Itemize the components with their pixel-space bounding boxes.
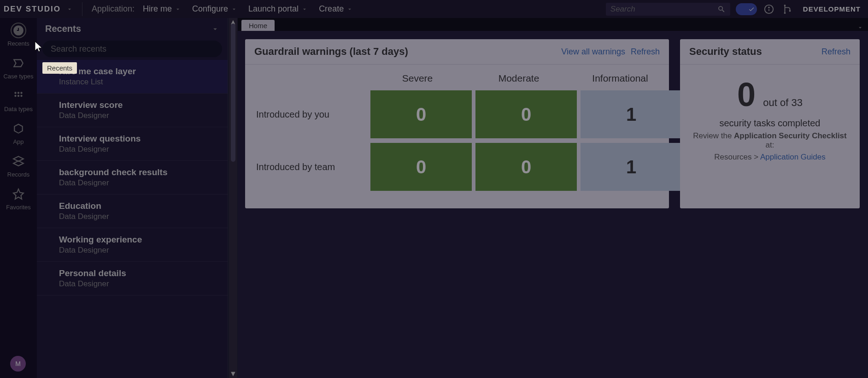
recent-item[interactable]: Personal detailsData Designer — [37, 262, 228, 295]
you-info-cell[interactable]: 1 — [581, 90, 682, 138]
recent-item-title: Education — [59, 201, 219, 211]
guardrail-refresh-link[interactable]: Refresh — [631, 47, 660, 57]
col-severe: Severe — [367, 73, 468, 84]
recents-list: Hire me case layerInstance ListInterview… — [37, 60, 228, 295]
you-moderate-cell[interactable]: 0 — [475, 90, 577, 138]
topbar: DEV STUDIO Application: Hire me Configur… — [0, 0, 868, 18]
chevron-down-icon — [346, 6, 353, 12]
star-icon — [12, 188, 24, 200]
security-card: Security status Refresh 0 out of 33 secu… — [680, 39, 860, 208]
recent-item-subtitle: Data Designer — [59, 279, 219, 289]
security-count: 0 — [737, 76, 756, 113]
user-avatar[interactable]: M — [10, 356, 26, 372]
guardrail-card: Guardrail warnings (last 7 days) View al… — [245, 39, 669, 208]
recent-item[interactable]: Interview scoreData Designer — [37, 94, 228, 127]
recent-item-subtitle: Data Designer — [59, 178, 219, 188]
recent-item-subtitle: Instance List — [59, 77, 219, 87]
recent-item[interactable]: Working experienceData Designer — [37, 228, 228, 262]
guardrail-title: Guardrail warnings (last 7 days) — [254, 46, 408, 58]
rail-records[interactable]: Records — [7, 154, 29, 178]
panel-scrollbar[interactable]: ▲ ▼ — [229, 18, 237, 378]
view-all-warnings-link[interactable]: View all warnings — [561, 47, 625, 57]
application-guides-link[interactable]: Application Guides — [760, 153, 826, 161]
scroll-down-icon[interactable]: ▼ — [229, 370, 237, 378]
branch-button[interactable] — [781, 3, 794, 16]
recent-item[interactable]: EducationData Designer — [37, 195, 228, 228]
search-icon — [717, 5, 726, 13]
security-completed-text: security tasks completed — [688, 118, 851, 129]
grid-icon — [12, 90, 24, 102]
recent-item-title: Personal details — [59, 268, 219, 278]
svg-point-10 — [18, 95, 19, 97]
application-label: Application: — [92, 4, 135, 14]
svg-point-4 — [784, 12, 786, 14]
branch-icon — [782, 4, 792, 14]
recent-item-subtitle: Data Designer — [59, 145, 219, 154]
recents-search[interactable] — [42, 41, 222, 57]
team-moderate-cell[interactable]: 0 — [475, 143, 577, 191]
logo: DEV STUDIO — [4, 5, 61, 14]
chevron-down-icon — [175, 6, 181, 12]
check-icon — [748, 6, 755, 12]
svg-point-6 — [14, 92, 16, 94]
left-rail: Recents Case types Data types App Record… — [0, 18, 37, 378]
rail-favorites[interactable]: Favorites — [6, 186, 30, 211]
application-menu[interactable]: Hire me — [140, 4, 184, 14]
svg-point-9 — [14, 95, 16, 97]
team-severe-cell[interactable]: 0 — [370, 143, 472, 191]
row-team-label: Introduced by team — [256, 143, 367, 191]
svg-point-3 — [784, 4, 786, 6]
row-you-label: Introduced by you — [256, 90, 367, 138]
recents-search-input[interactable] — [51, 44, 214, 54]
tag-icon — [12, 57, 24, 69]
content-area: Home Guardrail warnings (last 7 days) Vi… — [238, 18, 868, 378]
info-button[interactable] — [762, 3, 775, 16]
tabstrip: Home — [238, 18, 868, 31]
security-total: out of 33 — [763, 97, 803, 108]
launch-portal-menu[interactable]: Launch portal — [246, 4, 311, 14]
clock-icon — [12, 24, 24, 36]
toggle-switch[interactable] — [736, 3, 757, 15]
chevron-down-icon[interactable] — [66, 6, 73, 12]
global-search-input[interactable] — [610, 5, 714, 14]
col-info: Informational — [569, 73, 671, 84]
recent-item-subtitle: Data Designer — [59, 246, 219, 255]
tab-home[interactable]: Home — [241, 20, 275, 31]
create-menu[interactable]: Create — [316, 4, 356, 14]
panel-title: Recents — [45, 24, 81, 34]
recent-item-title: Interview questions — [59, 134, 219, 144]
recents-tooltip: Recents — [42, 62, 77, 74]
layers-icon — [12, 155, 24, 167]
security-title: Security status — [689, 46, 762, 58]
you-severe-cell[interactable]: 0 — [370, 90, 472, 138]
recent-item-subtitle: Data Designer — [59, 111, 219, 120]
cursor-icon — [33, 41, 44, 53]
rail-app[interactable]: App — [11, 121, 26, 145]
global-search[interactable] — [606, 3, 730, 16]
col-moderate: Moderate — [468, 73, 569, 84]
chevron-down-icon[interactable] — [211, 25, 219, 33]
recent-item[interactable]: background check resultsData Designer — [37, 161, 228, 195]
rail-recents[interactable]: Recents — [7, 23, 29, 47]
recent-item-title: background check results — [59, 167, 219, 177]
chevron-down-icon[interactable] — [857, 24, 863, 31]
svg-point-11 — [20, 95, 22, 97]
chevron-down-icon — [231, 6, 237, 12]
svg-point-7 — [18, 92, 19, 94]
recents-panel: Recents Recents Hire me case layerInstan… — [37, 18, 228, 378]
environment-label: DEVELOPMENT — [799, 5, 864, 13]
recent-item-title: Hire me case layer — [59, 66, 219, 77]
rail-case-types[interactable]: Case types — [3, 55, 33, 80]
rail-data-types[interactable]: Data types — [4, 88, 33, 112]
recent-item-subtitle: Data Designer — [59, 212, 219, 221]
svg-point-2 — [768, 7, 769, 8]
svg-point-8 — [20, 92, 22, 94]
scrollbar-thumb[interactable] — [231, 24, 235, 162]
recent-item[interactable]: Interview questionsData Designer — [37, 127, 228, 161]
team-info-cell[interactable]: 1 — [581, 143, 682, 191]
recent-item-title: Interview score — [59, 100, 219, 110]
security-refresh-link[interactable]: Refresh — [821, 47, 850, 57]
svg-point-5 — [789, 10, 791, 12]
configure-menu[interactable]: Configure — [189, 4, 240, 14]
info-icon — [764, 4, 774, 14]
